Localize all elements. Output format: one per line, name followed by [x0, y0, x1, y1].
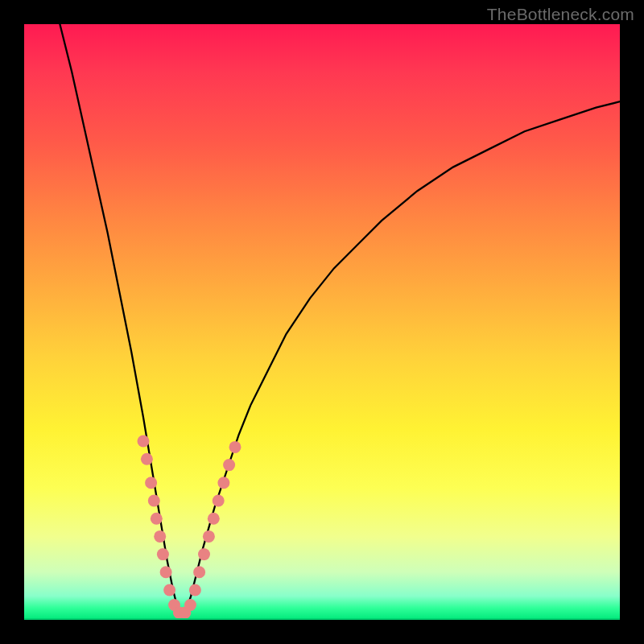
data-dot: [163, 584, 175, 597]
data-dot: [184, 599, 196, 611]
watermark-text: TheBottleneck.com: [487, 5, 634, 24]
data-dot: [189, 584, 201, 597]
data-dot: [208, 513, 220, 525]
data-dot: [141, 453, 153, 465]
data-dot: [203, 530, 215, 543]
data-dot: [138, 436, 150, 448]
chart-frame: TheBottleneck.com: [0, 0, 644, 644]
bottleneck-curve: [60, 24, 620, 614]
data-dot: [217, 477, 229, 489]
data-dot: [198, 548, 210, 560]
data-dot: [213, 495, 225, 507]
data-dot: [229, 441, 242, 453]
data-dot: [223, 459, 235, 471]
green-baseline: [24, 618, 620, 620]
data-dot: [193, 566, 205, 578]
data-dot: [148, 495, 160, 507]
curve-layer: [24, 24, 620, 620]
data-dot: [154, 530, 166, 543]
data-dot: [157, 548, 169, 560]
plot-area: [24, 24, 620, 620]
dots-group: [138, 436, 242, 619]
data-dot: [151, 513, 163, 525]
data-dot: [160, 566, 172, 578]
data-dot: [145, 477, 157, 489]
